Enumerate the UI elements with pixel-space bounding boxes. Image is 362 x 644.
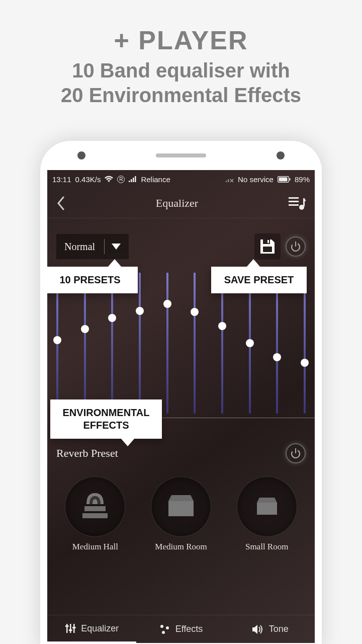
callout-environmental: ENVIRONMENTAL EFFECTS [50, 399, 162, 439]
callout-text: ENVIRONMENTAL EFFECTS [63, 407, 150, 431]
battery-icon [278, 176, 291, 183]
bottom-tabs: Equalizer Effects Tone [47, 615, 315, 643]
callout-save-preset: SAVE PRESET [211, 267, 307, 293]
reverb-option-label: Medium Hall [56, 542, 134, 552]
svg-rect-9 [289, 197, 299, 199]
tab-effects[interactable]: Effects [136, 615, 225, 643]
eq-band-slider[interactable] [166, 273, 168, 414]
callout-presets: 10 PRESETS [47, 267, 138, 293]
room-icon [165, 494, 197, 519]
tab-label: Tone [269, 624, 289, 634]
page-title: Equalizer [65, 197, 289, 210]
svg-rect-1 [131, 179, 132, 182]
promo-title: + PLAYER [10, 25, 352, 55]
eq-band-slider[interactable] [84, 273, 86, 414]
preset-dropdown[interactable]: Normal [56, 234, 129, 259]
promo-subtitle-1: 10 Band equaliser with [10, 59, 352, 82]
sensor-icon [277, 151, 285, 159]
svg-rect-4 [226, 181, 227, 182]
status-service: No service [238, 175, 274, 184]
promo-header: + PLAYER 10 Band equaliser with 20 Envir… [0, 0, 362, 117]
svg-rect-28 [65, 625, 69, 627]
svg-rect-3 [135, 176, 136, 182]
earpiece-icon [156, 153, 206, 157]
tab-tone[interactable]: Tone [226, 615, 315, 643]
eq-band-knob[interactable] [163, 300, 171, 308]
now-playing-button[interactable] [289, 196, 306, 210]
reverb-section: Reverb Preset Medium Hall Medium Room [47, 423, 315, 552]
reverb-title: Reverb Preset [56, 447, 118, 460]
back-button[interactable] [56, 196, 65, 210]
eq-bands [56, 273, 306, 414]
title-bar: Equalizer [47, 188, 315, 218]
reverb-option-medium-room[interactable]: Medium Room [142, 476, 220, 552]
svg-rect-29 [69, 629, 72, 631]
registered-icon: R [117, 176, 125, 183]
wifi-icon [105, 176, 113, 183]
eq-band-knob[interactable] [108, 314, 116, 322]
sliders-icon [65, 623, 76, 634]
svg-rect-8 [289, 178, 290, 181]
tab-equalizer[interactable]: Equalizer [47, 615, 136, 643]
svg-rect-25 [66, 624, 68, 633]
svg-rect-30 [72, 627, 76, 628]
svg-point-32 [166, 626, 169, 629]
signal2-icon [226, 176, 234, 183]
eq-band-slider[interactable] [304, 273, 306, 414]
phone-notch [40, 141, 322, 170]
svg-rect-18 [295, 242, 296, 247]
svg-rect-10 [289, 201, 299, 202]
reverb-option-small-room[interactable]: Small Room [228, 476, 306, 552]
reverb-power-toggle[interactable] [286, 443, 306, 463]
eq-band-slider[interactable] [221, 273, 223, 414]
eq-band-slider[interactable] [56, 273, 58, 414]
eq-band-slider[interactable] [194, 273, 196, 414]
eq-band-knob[interactable] [246, 339, 254, 347]
phone-frame: 13:11 0.43K/s R Reliance No service [40, 141, 322, 644]
small-room-icon [254, 497, 280, 517]
status-speed: 0.43K/s [75, 175, 101, 184]
eq-band-knob[interactable] [53, 336, 61, 344]
eq-band-slider[interactable] [139, 273, 141, 414]
eq-band-slider[interactable] [276, 273, 278, 414]
svg-rect-24 [257, 503, 277, 515]
front-camera-icon [77, 151, 85, 159]
hall-icon [80, 491, 110, 522]
svg-rect-23 [168, 501, 194, 516]
eq-band-knob[interactable] [218, 322, 226, 330]
signal-icon [129, 176, 137, 183]
status-time: 13:11 [52, 175, 71, 184]
eq-band-knob[interactable] [191, 308, 199, 316]
promo-subtitle-2: 20 Environmental Effects [10, 84, 352, 107]
eq-band-knob[interactable] [81, 325, 89, 333]
svg-rect-0 [129, 181, 130, 182]
phone-screen: 13:11 0.43K/s R Reliance No service [47, 170, 315, 643]
svg-rect-16 [263, 247, 272, 252]
svg-point-33 [162, 631, 165, 634]
chevron-down-icon [112, 244, 121, 250]
eq-band-slider[interactable] [249, 273, 251, 414]
eq-band-knob[interactable] [136, 307, 144, 315]
svg-rect-15 [267, 240, 269, 243]
reverb-option-medium-hall[interactable]: Medium Hall [56, 476, 134, 552]
eq-band-knob[interactable] [301, 359, 309, 367]
svg-rect-2 [133, 178, 134, 182]
svg-point-31 [160, 625, 163, 628]
callout-text: SAVE PRESET [224, 274, 294, 285]
preset-row: Normal [47, 218, 315, 260]
save-preset-button[interactable] [254, 233, 281, 260]
eq-band-knob[interactable] [273, 353, 281, 361]
svg-rect-20 [295, 448, 296, 453]
eq-power-toggle[interactable] [286, 236, 306, 257]
status-bar: 13:11 0.43K/s R Reliance No service [47, 170, 315, 188]
reverb-option-label: Medium Room [142, 542, 220, 552]
speaker-icon [252, 624, 264, 635]
svg-rect-7 [279, 177, 287, 181]
svg-rect-5 [228, 179, 229, 182]
effects-icon [159, 624, 170, 635]
tab-label: Equalizer [81, 623, 119, 634]
tab-label: Effects [175, 624, 203, 634]
svg-rect-22 [82, 513, 108, 518]
eq-band-slider[interactable] [111, 273, 113, 414]
callout-text: 10 PRESETS [59, 274, 120, 285]
